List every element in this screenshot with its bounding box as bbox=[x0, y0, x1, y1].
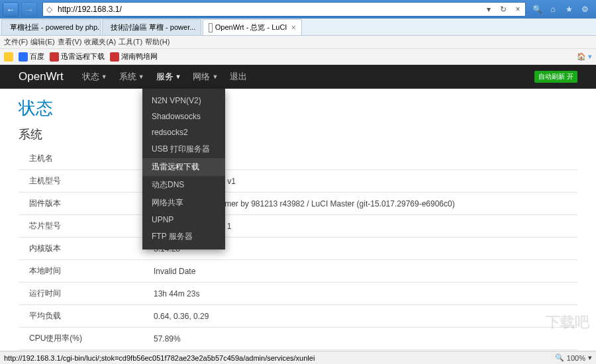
luci-navbar: OpenWrt 状态▼ 系统▼ 服务▼ 网络▼ 退出 自动刷新 开 bbox=[0, 65, 596, 89]
row-key: 主机型号 bbox=[19, 170, 151, 193]
dropdown-icon[interactable]: ▾ bbox=[481, 5, 496, 14]
menu-edit[interactable]: 编辑(E) bbox=[30, 37, 55, 47]
chevron-down-icon: ▼ bbox=[138, 73, 144, 80]
tab-1[interactable]: 草榴社區 - powered by php... bbox=[1, 19, 101, 35]
star-icon[interactable]: ★ bbox=[563, 3, 575, 15]
stop-icon[interactable]: × bbox=[511, 5, 525, 14]
zoom-control[interactable]: 🔍 100% ▾ bbox=[555, 353, 592, 362]
dropdown-item[interactable]: redsocks2 bbox=[142, 124, 225, 140]
dropdown-item[interactable]: Shadowsocks bbox=[142, 109, 225, 124]
dropdown-item[interactable]: 动态DNS bbox=[142, 176, 225, 194]
luci-brand[interactable]: OpenWrt bbox=[19, 70, 64, 83]
row-key: 芯片型号 bbox=[19, 215, 151, 238]
url-input[interactable] bbox=[55, 5, 481, 14]
chevron-down-icon: ▼ bbox=[175, 73, 181, 80]
gear-icon[interactable]: ⚙ bbox=[579, 3, 591, 15]
dropdown-item[interactable]: UPNP bbox=[142, 212, 225, 228]
table-row: 芯片型号Atheros AR7241 rev 1 bbox=[19, 215, 577, 238]
home-icon[interactable]: 🏠 ▾ bbox=[577, 52, 592, 61]
bookmark-xunlei[interactable]: 迅雷远程下载 bbox=[50, 52, 105, 62]
row-key: 内核版本 bbox=[19, 238, 151, 260]
menu-help[interactable]: 帮助(H) bbox=[145, 37, 170, 47]
table-row: 运行时间13h 44m 23s bbox=[19, 283, 577, 305]
tab-label: OpenWrt - 总览 - LuCI bbox=[215, 23, 287, 32]
table-row: 本地时间Invalid Date bbox=[19, 260, 577, 283]
nav-system[interactable]: 系统▼ bbox=[119, 71, 144, 83]
row-value: 0.64, 0.36, 0.29 bbox=[151, 305, 577, 328]
dropdown-item[interactable]: 网络共享 bbox=[142, 194, 225, 212]
row-key: 主机名 bbox=[19, 148, 151, 170]
back-icon: ← bbox=[7, 5, 15, 15]
close-icon[interactable]: × bbox=[291, 23, 296, 32]
page-viewport: OpenWrt 状态▼ 系统▼ 服务▼ 网络▼ 退出 自动刷新 开 N2N VP… bbox=[0, 65, 596, 351]
row-key: CPU使用率(%) bbox=[19, 328, 151, 350]
nav-network[interactable]: 网络▼ bbox=[193, 71, 218, 83]
row-key: 平均负载 bbox=[19, 305, 151, 328]
nav-logout[interactable]: 退出 bbox=[230, 71, 247, 83]
table-row: 主机型号TP-Link TL-MR3420 v1 bbox=[19, 170, 577, 193]
row-value: 57.89% bbox=[151, 328, 577, 350]
forward-button[interactable]: → bbox=[21, 2, 37, 17]
services-dropdown: N2N VPN(V2)Shadowsocksredsocks2USB 打印服务器… bbox=[142, 89, 225, 250]
address-bar-buttons: ▾ ↻ × bbox=[481, 5, 525, 14]
browser-nav-bar: ← → ◇ ▾ ↻ × 🔍 ⌂ ★ ⚙ bbox=[0, 0, 596, 19]
site-icon bbox=[110, 52, 119, 62]
tab-favicon bbox=[209, 23, 213, 32]
tab-2[interactable]: 技術討論區 草榴 - power... bbox=[102, 19, 201, 35]
row-value: Invalid Date bbox=[151, 260, 577, 283]
table-row: 固件版本OpenWrt Chaos Calmer by 981213 r4398… bbox=[19, 193, 577, 215]
star-icon bbox=[4, 52, 13, 62]
site-icon: ◇ bbox=[43, 5, 55, 14]
auto-refresh-toggle[interactable]: 自动刷新 开 bbox=[534, 71, 577, 83]
menu-favorites[interactable]: 收藏夹(A) bbox=[84, 37, 116, 47]
dropdown-item[interactable]: 迅雷远程下载 bbox=[142, 158, 225, 176]
menu-bar: 文件(F) 编辑(E) 查看(V) 收藏夹(A) 工具(T) 帮助(H) bbox=[0, 36, 596, 49]
chevron-down-icon: ▼ bbox=[101, 73, 107, 80]
row-key: 固件版本 bbox=[19, 193, 151, 215]
tab-label: 草榴社區 - powered by php... bbox=[10, 23, 101, 32]
status-url: http://192.168.3.1/cgi-bin/luci/;stok=cd… bbox=[4, 354, 555, 362]
chrome-right-icons: 🔍 ⌂ ★ ⚙ bbox=[531, 3, 593, 15]
menu-file[interactable]: 文件(F) bbox=[4, 37, 28, 47]
content-area: 状态 系统 主机名OpenWrt主机型号TP-Link TL-MR3420 v1… bbox=[0, 89, 596, 351]
forward-icon: → bbox=[25, 5, 34, 15]
dropdown-item[interactable]: N2N VPN(V2) bbox=[142, 93, 225, 109]
bookmarks-bar: 百度 迅雷远程下载 湖南鸭培网 🏠 ▾ bbox=[0, 49, 596, 65]
section-system-heading: 系统 bbox=[19, 126, 577, 142]
menu-tools[interactable]: 工具(T) bbox=[119, 37, 142, 47]
home-icon[interactable]: ⌂ bbox=[547, 3, 559, 15]
tab-3[interactable]: OpenWrt - 总览 - LuCI × bbox=[203, 19, 302, 35]
dropdown-item[interactable]: USB 打印服务器 bbox=[142, 140, 225, 158]
search-icon[interactable]: 🔍 bbox=[531, 3, 543, 15]
bookmark-baidu[interactable]: 百度 bbox=[19, 52, 44, 62]
favorites-button[interactable] bbox=[4, 52, 13, 62]
row-value: 13h 44m 23s bbox=[151, 283, 577, 305]
refresh-icon[interactable]: ↻ bbox=[496, 5, 511, 14]
menu-view[interactable]: 查看(V) bbox=[58, 37, 82, 47]
status-bar: http://192.168.3.1/cgi-bin/luci/;stok=cd… bbox=[0, 351, 596, 364]
tab-bar: 草榴社區 - powered by php... 技術討論區 草榴 - powe… bbox=[0, 19, 596, 36]
xunlei-icon bbox=[50, 52, 59, 62]
row-key: 运行时间 bbox=[19, 283, 151, 305]
table-row: 主机名OpenWrt bbox=[19, 148, 577, 170]
system-info-table: 主机名OpenWrt主机型号TP-Link TL-MR3420 v1固件版本Op… bbox=[19, 148, 577, 350]
address-bar: ◇ ▾ ↻ × bbox=[42, 2, 526, 17]
table-row: 平均负载0.64, 0.36, 0.29 bbox=[19, 305, 577, 328]
table-row: 内核版本3.14.28 bbox=[19, 238, 577, 260]
chevron-down-icon: ▼ bbox=[212, 73, 218, 80]
nav-services[interactable]: 服务▼ bbox=[156, 71, 181, 83]
row-key: 本地时间 bbox=[19, 260, 151, 283]
dropdown-item[interactable]: FTP 服务器 bbox=[142, 228, 225, 246]
page-title: 状态 bbox=[19, 97, 577, 120]
back-button[interactable]: ← bbox=[3, 2, 19, 17]
baidu-icon bbox=[19, 52, 28, 62]
bookmark-hunan[interactable]: 湖南鸭培网 bbox=[110, 52, 158, 62]
tab-label: 技術討論區 草榴 - power... bbox=[111, 23, 195, 32]
nav-status[interactable]: 状态▼ bbox=[82, 71, 107, 83]
table-row: CPU使用率(%)57.89% bbox=[19, 328, 577, 350]
